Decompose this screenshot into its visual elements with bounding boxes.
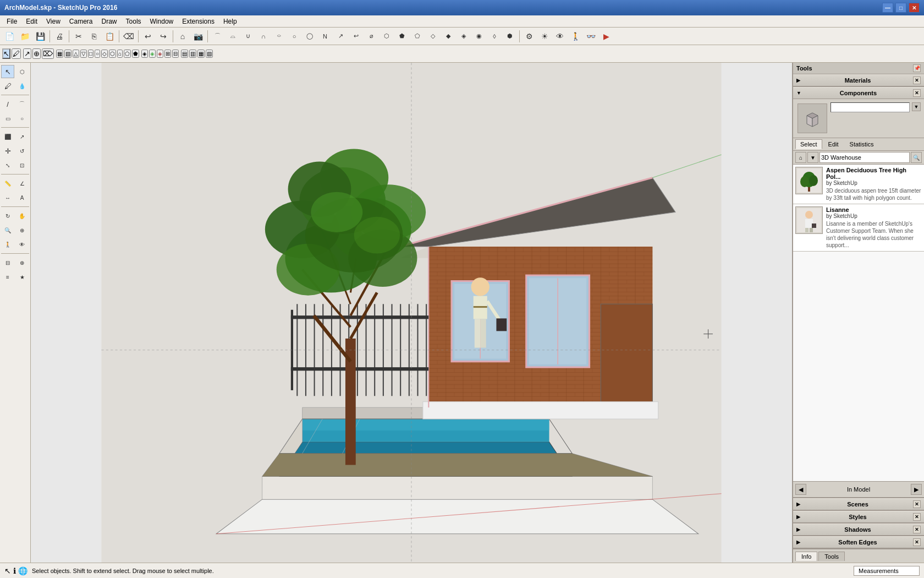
print-button[interactable]: 🖨: [52, 29, 67, 43]
layer2-btn[interactable]: ▥: [189, 50, 196, 58]
line-tool[interactable]: /: [1, 97, 14, 111]
close-button[interactable]: ✕: [909, 3, 920, 13]
materials-header[interactable]: ▶ Materials ✕: [793, 74, 924, 86]
tb-n13[interactable]: ⬢: [503, 29, 517, 43]
tb-n7[interactable]: ⬠: [410, 29, 425, 43]
styles-header[interactable]: ▶ Styles ✕: [793, 511, 924, 523]
walk-tool[interactable]: 🚶: [1, 238, 14, 251]
paste-button[interactable]: 📋: [102, 29, 117, 43]
layer1-btn[interactable]: ▤: [181, 50, 188, 58]
tb-c2[interactable]: ◯: [302, 29, 317, 43]
tb-arc2[interactable]: ⌓: [226, 29, 240, 43]
tb-n10[interactable]: ◈: [457, 29, 471, 43]
mat1-btn[interactable]: ◈: [141, 50, 148, 58]
styles-close[interactable]: ✕: [913, 513, 921, 521]
home-button[interactable]: ⌂: [175, 29, 190, 43]
component-search-input[interactable]: [831, 102, 910, 112]
layer3-btn[interactable]: ▦: [197, 50, 205, 58]
info-icon[interactable]: ℹ: [13, 566, 16, 575]
mat3-btn[interactable]: ◈: [157, 50, 163, 58]
tb-n6[interactable]: ⬟: [395, 29, 409, 43]
tb-n2[interactable]: ↗: [333, 29, 348, 43]
open-button[interactable]: 📁: [18, 29, 32, 43]
axis-tool[interactable]: ⊕: [15, 256, 29, 269]
nav-left-btn[interactable]: ◀: [795, 484, 806, 495]
warehouse-search-input[interactable]: [820, 152, 910, 163]
mat5-btn[interactable]: ⊟: [172, 50, 179, 58]
view10-btn[interactable]: ⬠: [124, 50, 131, 58]
select-tool[interactable]: ↖: [1, 65, 14, 78]
nav-right-btn[interactable]: ▶: [911, 484, 922, 495]
section-tool[interactable]: ⊟: [1, 256, 14, 269]
push-tool[interactable]: ⬛: [1, 130, 14, 143]
save-button[interactable]: 💾: [33, 29, 47, 43]
erase-button[interactable]: ⌫: [122, 29, 136, 43]
select-tool-btn[interactable]: ↖: [2, 48, 10, 59]
shadows-close[interactable]: ✕: [913, 526, 921, 533]
mat2-btn[interactable]: ◈: [149, 50, 156, 58]
view9-btn[interactable]: ⌂: [117, 50, 123, 58]
menu-tools[interactable]: Tools: [122, 17, 146, 26]
tab-statistics[interactable]: Statistics: [845, 139, 879, 149]
materials-close[interactable]: ✕: [913, 77, 921, 84]
menu-help[interactable]: Help: [219, 17, 241, 26]
select2-btn[interactable]: ↗: [23, 48, 31, 59]
paint-tool-btn[interactable]: 🖊: [12, 48, 21, 59]
soften-edges-header[interactable]: ▶ Soften Edges ✕: [793, 536, 924, 548]
tab-info[interactable]: Info: [795, 552, 817, 561]
menu-view[interactable]: View: [42, 17, 65, 26]
text-tool[interactable]: A: [15, 191, 29, 204]
tb-arc4[interactable]: ∩: [256, 29, 271, 43]
menu-file[interactable]: File: [2, 17, 21, 26]
follow-tool[interactable]: ↗: [15, 130, 29, 143]
tb-n3[interactable]: ↩: [349, 29, 363, 43]
pan-tool[interactable]: ✋: [15, 209, 29, 222]
search-go-btn[interactable]: 🔍: [911, 152, 922, 163]
lasso-btn[interactable]: ⊕: [32, 48, 41, 59]
tb-arc5[interactable]: ⌔: [272, 29, 286, 43]
tools-panel-pin[interactable]: 📌: [913, 64, 921, 72]
orbit-tool[interactable]: ↻: [1, 209, 14, 222]
tb-sun[interactable]: ☀: [537, 29, 552, 43]
tb-n5[interactable]: ⬡: [380, 29, 394, 43]
cut-button[interactable]: ✂: [72, 29, 86, 43]
redo-button[interactable]: ↪: [156, 29, 170, 43]
tb-red[interactable]: ▶: [599, 29, 613, 43]
search-nav-icon[interactable]: ▼: [807, 152, 818, 163]
view1-btn[interactable]: ▦: [56, 50, 63, 58]
menu-window[interactable]: Window: [146, 17, 178, 26]
view5-btn[interactable]: □: [88, 50, 94, 58]
menu-draw[interactable]: Draw: [97, 17, 122, 26]
rect-tool[interactable]: ▭: [1, 112, 14, 125]
tb-n11[interactable]: ◉: [472, 29, 486, 43]
tb-n12[interactable]: ◊: [487, 29, 502, 43]
tb-n9[interactable]: ◆: [441, 29, 455, 43]
tb-view[interactable]: 👓: [584, 29, 598, 43]
tb-gear[interactable]: ⚙: [522, 29, 536, 43]
globe-icon[interactable]: 🌐: [18, 566, 28, 575]
undo-button[interactable]: ↩: [141, 29, 155, 43]
tb-arc1[interactable]: ⌒: [210, 29, 224, 43]
angle-tool[interactable]: ∠: [15, 177, 29, 190]
view4-btn[interactable]: ▽: [80, 50, 87, 58]
tab-tools[interactable]: Tools: [818, 552, 845, 561]
adv-tool[interactable]: ★: [15, 270, 29, 283]
components-header[interactable]: ▼ Components ✕: [793, 87, 924, 99]
erase2-btn[interactable]: ⌦: [42, 48, 54, 59]
tb-arc3[interactable]: ∪: [241, 29, 255, 43]
offset-tool[interactable]: ⊡: [15, 159, 29, 172]
scenes-close[interactable]: ✕: [913, 500, 921, 508]
menu-edit[interactable]: Edit: [21, 17, 42, 26]
view8-btn[interactable]: ⬡: [109, 50, 116, 58]
soften-edges-close[interactable]: ✕: [913, 538, 921, 546]
copy-button[interactable]: ⎘: [87, 29, 101, 43]
rotate-tool[interactable]: ↺: [15, 144, 29, 157]
tape-tool[interactable]: 📏: [1, 177, 14, 190]
view7-btn[interactable]: ◇: [101, 50, 108, 58]
sample-tool[interactable]: 💧: [15, 79, 29, 92]
search-home-icon[interactable]: ⌂: [795, 152, 806, 163]
menu-extensions[interactable]: Extensions: [178, 17, 219, 26]
zoom-tool[interactable]: 🔍: [1, 223, 14, 237]
view11-btn[interactable]: ⬟: [132, 50, 139, 58]
shadows-header[interactable]: ▶ Shadows ✕: [793, 524, 924, 536]
